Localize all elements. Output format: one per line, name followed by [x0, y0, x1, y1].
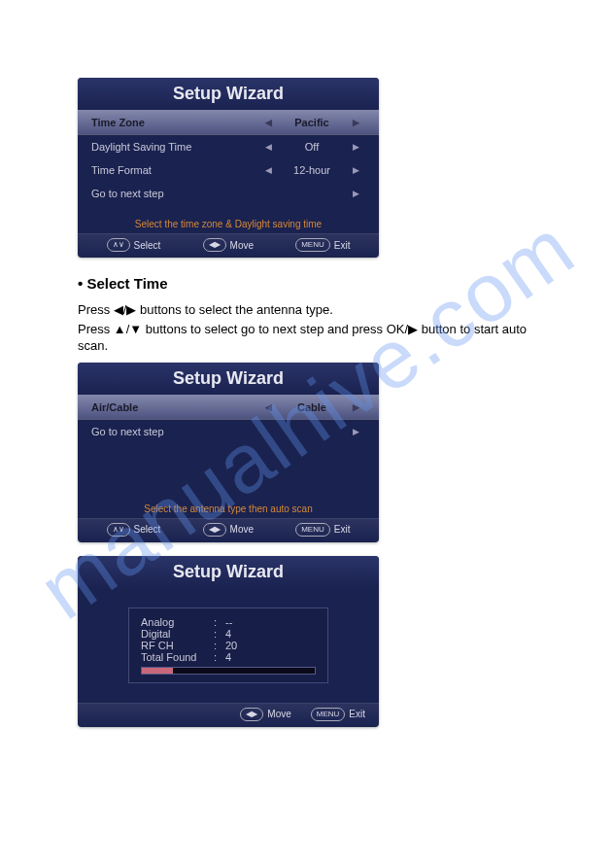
- left-arrow-icon[interactable]: ◀: [258, 402, 278, 412]
- menu-icon: MENU: [295, 238, 330, 252]
- label: Select: [134, 240, 161, 251]
- page: manualhive.com Setup Wizard Time Zone ◀ …: [0, 0, 613, 838]
- setup-wizard-screen-antenna: Setup Wizard Air/Cable ◀ Cable ▶ Go to n…: [78, 363, 379, 542]
- hint-text: Select the time zone & Daylight saving t…: [78, 215, 379, 233]
- value: Cable: [278, 401, 346, 413]
- row-air-cable[interactable]: Air/Cable ◀ Cable ▶: [78, 395, 379, 420]
- label: Move: [230, 240, 254, 251]
- right-arrow-icon[interactable]: ▶: [346, 142, 365, 152]
- label: Digital: [141, 628, 214, 640]
- value: 4: [225, 651, 316, 663]
- row-time-zone[interactable]: Time Zone ◀ Pacific ▶: [78, 110, 379, 135]
- screen1-title: Setup Wizard: [78, 78, 379, 110]
- right-arrow-icon[interactable]: ▶: [346, 189, 365, 198]
- label: Time Zone: [91, 117, 258, 128]
- label: Go to next step: [91, 188, 258, 199]
- footer-move: ◀▶ Move: [203, 238, 254, 252]
- updown-icon: ∧∨: [107, 238, 130, 252]
- scan-row-total: Total Found : 4: [141, 651, 316, 663]
- row-time-format[interactable]: Time Format ◀ 12-hour ▶: [78, 158, 379, 182]
- row-next-step[interactable]: Go to next step ▶: [78, 420, 379, 443]
- screen2-title: Setup Wizard: [78, 363, 379, 395]
- footer-bar: ∧∨ Select ◀▶ Move MENU Exit: [78, 518, 379, 542]
- right-arrow-icon[interactable]: ▶: [346, 427, 365, 436]
- right-arrow-icon[interactable]: ▶: [346, 165, 365, 175]
- label: Total Found: [141, 651, 214, 663]
- screen3-title: Setup Wizard: [78, 556, 379, 588]
- label: Exit: [334, 240, 351, 251]
- footer-bar: ∧∨ Select ◀▶ Move MENU Exit: [78, 233, 379, 258]
- label: RF CH: [141, 640, 214, 651]
- leftright-icon: ◀▶: [203, 238, 226, 252]
- label: Exit: [349, 709, 365, 719]
- section-heading: • Select Time: [78, 275, 535, 292]
- right-arrow-icon[interactable]: ▶: [346, 402, 365, 412]
- footer-exit: MENU Exit: [311, 708, 365, 721]
- leftright-icon: ◀▶: [203, 523, 226, 537]
- footer-select: ∧∨ Select: [107, 523, 161, 537]
- label: Time Format: [91, 164, 258, 176]
- label: Move: [267, 709, 290, 719]
- scan-row-digital: Digital : 4: [141, 628, 316, 640]
- scan-row-rfch: RF CH : 20: [141, 640, 316, 651]
- value: Pacific: [278, 117, 346, 128]
- value: 12-hour: [278, 164, 346, 176]
- scan-status-box: Analog : -- Digital : 4 RF CH : 20 Total…: [128, 608, 328, 683]
- value: Off: [278, 141, 346, 153]
- footer-move: ◀▶ Move: [203, 523, 254, 537]
- left-arrow-icon[interactable]: ◀: [258, 165, 278, 175]
- label: Move: [230, 524, 254, 535]
- scan-row-analog: Analog : --: [141, 616, 316, 628]
- value: 20: [225, 640, 316, 651]
- footer-select: ∧∨ Select: [107, 238, 161, 252]
- left-arrow-icon[interactable]: ◀: [258, 142, 278, 152]
- label: Exit: [334, 524, 351, 535]
- row-dst[interactable]: Daylight Saving Time ◀ Off ▶: [78, 135, 379, 158]
- footer-bar: ◀▶ Move MENU Exit: [78, 703, 379, 727]
- menu-icon: MENU: [295, 523, 330, 537]
- instruction-1: Press ◀/▶ buttons to select the antenna …: [78, 301, 535, 319]
- label: Analog: [141, 616, 214, 628]
- footer-move: ◀▶ Move: [240, 708, 290, 721]
- hint-text: Select the antenna type then auto scan: [78, 500, 379, 518]
- right-arrow-icon[interactable]: ▶: [346, 118, 365, 127]
- label: Air/Cable: [91, 401, 258, 413]
- updown-icon: ∧∨: [107, 523, 130, 537]
- row-next-step[interactable]: Go to next step ▶: [78, 182, 379, 205]
- leftright-icon: ◀▶: [240, 708, 263, 721]
- setup-wizard-screen-scan: Setup Wizard Analog : -- Digital : 4 RF …: [78, 556, 379, 727]
- label: Select: [134, 524, 161, 535]
- setup-wizard-screen-time: Setup Wizard Time Zone ◀ Pacific ▶ Dayli…: [78, 78, 379, 258]
- scan-progress-fill: [142, 668, 173, 674]
- menu-icon: MENU: [311, 708, 346, 721]
- instruction-2: Press ▲/▼ buttons to select go to next s…: [78, 321, 535, 355]
- scan-progress-bar: [141, 667, 316, 675]
- value: --: [225, 616, 316, 628]
- left-arrow-icon[interactable]: ◀: [258, 118, 278, 127]
- footer-exit: MENU Exit: [295, 238, 350, 252]
- value: 4: [225, 628, 316, 640]
- label: Daylight Saving Time: [91, 141, 258, 153]
- label: Go to next step: [91, 426, 258, 437]
- footer-exit: MENU Exit: [295, 523, 350, 537]
